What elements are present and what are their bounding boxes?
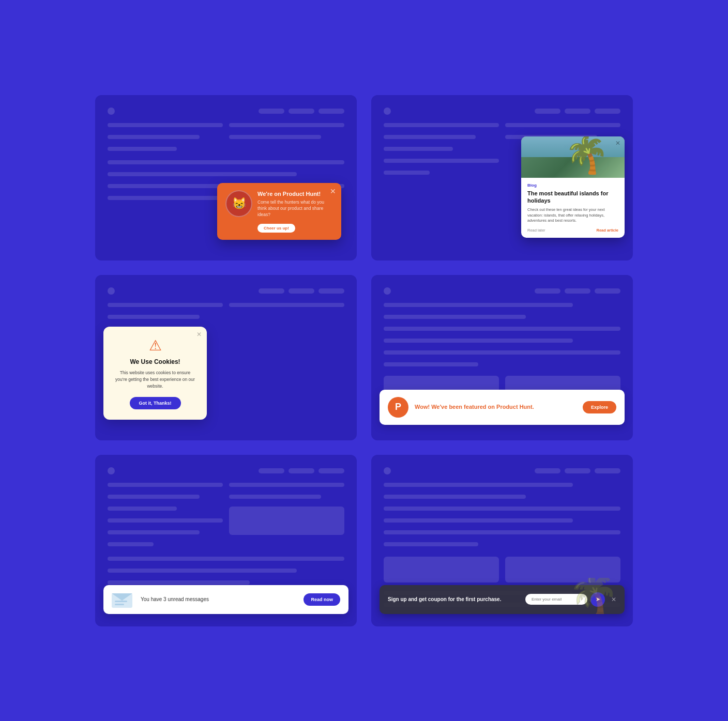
mock-pill [565,109,590,114]
cheer-button[interactable]: Cheer us up! [257,224,295,233]
got-it-button[interactable]: Got it, Thanks! [130,397,181,409]
popup-blog: ✕ 🌴 Blog The most beautiful islands for … [521,136,625,238]
mock-line [108,569,297,573]
mock-pill [259,468,284,473]
mock-dot [108,108,115,115]
mock-line [384,147,453,151]
mock-top-right [259,288,344,294]
card-producthunt: ✕ 😸 We're on Product Hunt! Come tell the… [95,95,357,260]
read-article-link[interactable]: Read article [596,228,618,233]
card-blog: ✕ 🌴 Blog The most beautiful islands for … [371,95,633,260]
mock-line [108,147,177,151]
mock-dot [384,467,391,474]
mock-line [505,123,620,127]
mock-top-right [535,109,620,114]
mock-top-right [535,468,620,473]
mock-line [108,315,200,319]
palm-icon: 🌴 [564,136,609,173]
popup-producthunt: ✕ 😸 We're on Product Hunt! Come tell the… [217,183,341,240]
mock-lines [384,483,620,550]
ph-banner-text: Wow! We've been featured on Product Hunt… [415,403,577,410]
mock-dot [384,108,391,115]
mock-topbar-4 [384,287,620,295]
mock-pill [595,109,620,114]
mock-dot [108,467,115,474]
card-cookies: ✕ ⚠ We Use Cookies! This website uses co… [95,275,357,440]
mock-col-right [229,483,344,550]
mock-line [108,495,200,499]
mock-line [108,160,344,164]
mock-pill [535,288,560,294]
mock-top-right [259,109,344,114]
mock-line [384,327,620,331]
card-newsletter: 🌴 Sign up and get coupon for the first p… [371,455,633,626]
mock-dot [108,287,115,295]
blog-image: 🌴 [521,136,625,178]
mock-line [384,507,620,511]
mock-line [384,315,526,319]
mock-top-right [259,468,344,473]
mock-line [229,483,344,487]
read-now-button[interactable]: Read now [304,593,340,606]
close-icon[interactable]: ✕ [615,140,620,147]
mock-line [384,339,573,343]
mock-line [108,123,223,127]
envelope-icon [112,591,134,608]
mock-pill [289,288,314,294]
mock-pill [565,468,590,473]
ph-banner-icon: P [388,397,408,418]
mock-dot [384,287,391,295]
mock-line [384,159,499,163]
mock-col-left [108,123,223,155]
mock-topbar-2 [384,108,620,115]
mock-line [384,518,573,523]
newsletter-title: Sign up and get coupon for the first pur… [388,596,519,603]
mock-pill [259,288,284,294]
mock-line [384,303,573,307]
mock-pill [535,109,560,114]
mock-line [384,362,478,366]
popup-messages: You have 3 unread messages Read now [103,585,348,614]
mock-line [229,303,344,307]
explore-button[interactable]: Explore [583,401,616,413]
read-later-link[interactable]: Read later [527,228,545,233]
popup-ph-content: 😸 We're on Product Hunt! Come tell the h… [225,190,333,233]
mock-line [384,495,526,499]
mock-line [108,542,154,546]
mock-line [108,557,344,561]
mock-line [108,483,223,487]
mock-lines [384,303,620,371]
close-icon[interactable]: ✕ [196,331,202,338]
mock-pill [535,468,560,473]
ph-subtitle: Come tell the hunters what do you think … [257,200,333,218]
mock-col-left [384,557,499,587]
ph-banner-title: Wow! We've been featured on Product Hunt… [415,403,577,410]
mock-line [384,530,620,534]
envelope-line [115,601,127,602]
mock-content [108,303,344,323]
blog-actions: Read later Read article [527,228,618,233]
mock-line [108,135,200,139]
close-icon[interactable]: ✕ [330,187,336,195]
mock-col-left [384,123,499,179]
mock-content [108,483,344,550]
blog-description: Check out these ten great ideas for your… [527,207,618,224]
mock-pill [565,288,590,294]
card-ph-banner: P Wow! We've been featured on Product Hu… [371,275,633,440]
envelope-flap [112,593,132,601]
blog-title: The most beautiful islands for holidays [527,190,618,205]
mock-line [384,542,478,546]
mock-pill [259,109,284,114]
mock-line [384,123,499,127]
mock-line [108,530,200,534]
mock-block [384,557,499,582]
palm-bg-icon: 🌴 [568,578,619,614]
mock-line [384,171,430,175]
mock-content [108,123,344,155]
mock-line [108,518,223,523]
popup-ph-banner: P Wow! We've been featured on Product Hu… [380,390,625,425]
popup-newsletter: 🌴 Sign up and get coupon for the first p… [380,585,625,614]
mock-col-left [108,483,223,550]
mock-block [229,507,344,535]
mock-pill [318,468,344,473]
